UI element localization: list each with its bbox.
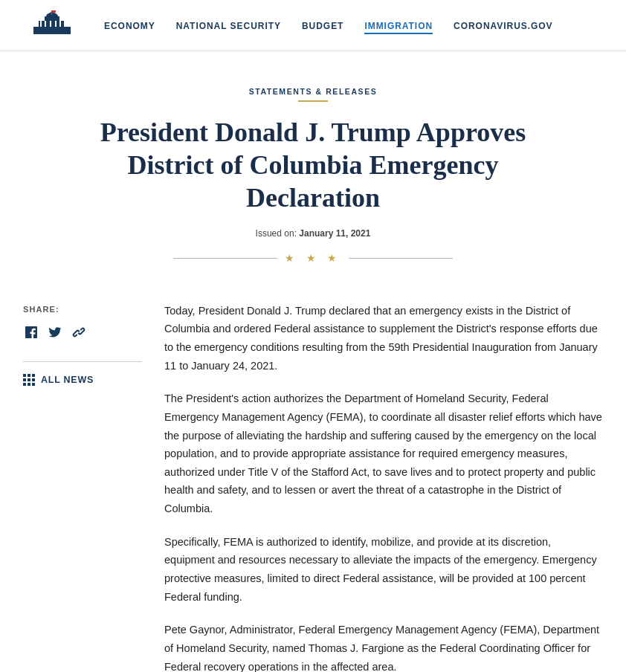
article-header: STATEMENTS & RELEASES President Donald J… bbox=[60, 51, 566, 302]
section-label-underline bbox=[298, 100, 328, 102]
svg-rect-9 bbox=[64, 21, 65, 27]
svg-rect-6 bbox=[50, 21, 51, 27]
site-logo[interactable] bbox=[30, 9, 74, 42]
svg-rect-4 bbox=[40, 21, 42, 27]
nav-national-security[interactable]: NATIONAL SECURITY bbox=[176, 21, 281, 31]
article-body: SHARE: bbox=[8, 302, 618, 672]
facebook-share-button[interactable] bbox=[23, 324, 39, 340]
svg-rect-8 bbox=[59, 21, 61, 27]
body-paragraph-1: Today, President Donald J. Trump declare… bbox=[164, 302, 603, 375]
svg-rect-1 bbox=[39, 21, 65, 28]
nav-links: ECONOMY NATIONAL SECURITY BUDGET IMMIGRA… bbox=[104, 19, 553, 32]
top-nav: ECONOMY NATIONAL SECURITY BUDGET IMMIGRA… bbox=[0, 0, 626, 51]
svg-rect-5 bbox=[45, 21, 46, 27]
all-news-label: ALL NEWS bbox=[41, 375, 94, 385]
nav-immigration[interactable]: IMMIGRATION bbox=[364, 21, 433, 34]
star-divider: ★ ★ ★ bbox=[75, 252, 551, 265]
section-label: STATEMENTS & RELEASES bbox=[75, 87, 551, 96]
svg-rect-13 bbox=[52, 10, 56, 13]
share-icons bbox=[23, 324, 142, 340]
twitter-share-button[interactable] bbox=[47, 324, 63, 340]
nav-economy[interactable]: ECONOMY bbox=[104, 21, 155, 31]
body-paragraph-4: Pete Gaynor, Administrator, Federal Emer… bbox=[164, 621, 603, 672]
copy-link-button[interactable] bbox=[71, 324, 87, 340]
share-row: SHARE: bbox=[23, 305, 142, 320]
issued-date: Issued on: January 11, 2021 bbox=[75, 228, 551, 239]
nav-coronavirus[interactable]: CORONAVIRUS.GOV bbox=[454, 21, 553, 31]
article-title: President Donald J. Trump Approves Distr… bbox=[75, 117, 551, 215]
body-paragraph-2: The President's action authorizes the De… bbox=[164, 390, 603, 517]
share-label: SHARE: bbox=[23, 305, 59, 314]
svg-rect-3 bbox=[36, 21, 37, 27]
article-content: Today, President Donald J. Trump declare… bbox=[142, 302, 603, 672]
body-paragraph-3: Specifically, FEMA is authorized to iden… bbox=[164, 533, 603, 607]
grid-icon bbox=[23, 374, 35, 386]
svg-rect-7 bbox=[55, 21, 57, 27]
all-news-link[interactable]: ALL NEWS bbox=[23, 361, 142, 386]
nav-budget[interactable]: BUDGET bbox=[302, 21, 343, 31]
sidebar: SHARE: bbox=[23, 302, 142, 672]
svg-rect-0 bbox=[33, 27, 71, 34]
svg-rect-12 bbox=[51, 10, 52, 15]
